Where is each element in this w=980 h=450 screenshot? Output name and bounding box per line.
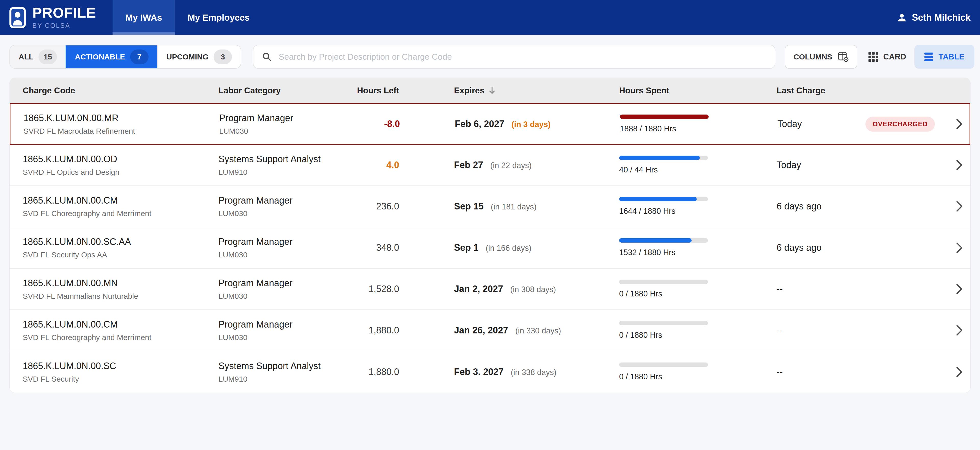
tab-my-iwas[interactable]: My IWAs <box>113 0 175 35</box>
header-charge-code[interactable]: Charge Code <box>23 86 218 95</box>
user-name: Seth Milchick <box>912 12 970 23</box>
table-row[interactable]: 1865.K.LUM.0N.00.CM SVD FL Choreography … <box>10 310 970 351</box>
charge-code: 1865.K.LUM.0N.00.MR <box>24 113 219 124</box>
hours-left-cell: 1,880.0 <box>336 325 399 336</box>
labor-code: LUM030 <box>218 292 336 301</box>
table-row[interactable]: 1865.K.LUM.0N.00.CM SVD FL Choreography … <box>10 186 970 227</box>
overcharged-badge: OVERCHARGED <box>865 116 935 132</box>
last-charge-cell: -- <box>776 284 865 294</box>
chevron-cell <box>948 325 970 336</box>
charge-description: SVD FL Security <box>23 375 218 383</box>
labor-category-cell: Program Manager LUM030 <box>218 237 336 259</box>
expires-date: Feb 27 <box>454 160 483 170</box>
card-view-button[interactable]: CARD <box>862 45 912 68</box>
hours-left-value: 348.0 <box>376 242 399 253</box>
last-charge-cell: 6 days ago <box>776 242 865 253</box>
search-icon <box>262 52 272 62</box>
charge-code: 1865.K.LUM.0N.00.SC <box>23 361 218 371</box>
expires-date: Feb 3. 2027 <box>454 367 504 377</box>
chevron-right-icon[interactable] <box>956 366 963 378</box>
table-row[interactable]: 1865.K.LUM.0N.00.SC.AA SVD FL Security O… <box>10 227 970 269</box>
user-menu[interactable]: Seth Milchick <box>897 0 970 35</box>
table-view-button[interactable]: TABLE <box>915 45 974 68</box>
labor-category: Program Manager <box>218 237 336 247</box>
expires-cell: Sep 15(in 181 days) <box>454 201 564 212</box>
top-nav: PROFILE BY COLSA My IWAs My Employees Se… <box>0 0 980 35</box>
chevron-right-icon[interactable] <box>956 118 963 130</box>
sort-desc-icon <box>488 86 496 95</box>
chevron-right-icon[interactable] <box>956 159 963 171</box>
header-hours-spent[interactable]: Hours Spent <box>619 86 729 95</box>
labor-code: LUM030 <box>219 127 337 135</box>
columns-label: COLUMNS <box>794 52 832 61</box>
last-charge-cell: 6 days ago <box>776 201 865 212</box>
table-row[interactable]: 1865.K.LUM.0N.00.MR SVRD FL Macrodata Re… <box>10 103 970 145</box>
last-charge-value: Today <box>777 119 802 129</box>
chevron-right-icon[interactable] <box>956 325 963 336</box>
chevron-right-icon[interactable] <box>956 283 963 295</box>
expires-relative: (in 22 days) <box>490 161 531 170</box>
hours-left-cell: -8.0 <box>337 119 400 129</box>
hours-spent-label: 0 / 1880 Hrs <box>619 289 729 299</box>
filter-actionable[interactable]: ACTIONABLE 7 <box>65 45 157 68</box>
hours-spent-label: 0 / 1880 Hrs <box>619 372 729 382</box>
expires-relative: (in 330 days) <box>515 326 561 335</box>
expires-relative: (in 308 days) <box>510 285 556 294</box>
header-labor-category[interactable]: Labor Category <box>218 86 336 95</box>
expires-cell: Feb 6, 2027(in 3 days) <box>455 119 565 129</box>
table-row[interactable]: 1865.K.LUM.0N.00.SC SVD FL Security Syst… <box>10 351 970 393</box>
chevron-cell <box>948 201 970 212</box>
tab-my-employees[interactable]: My Employees <box>175 0 262 35</box>
hours-progress-bar <box>620 114 709 119</box>
expires-date: Sep 15 <box>454 201 484 211</box>
chevron-cell <box>948 242 970 253</box>
header-expires[interactable]: Expires <box>454 86 564 95</box>
filter-upcoming-count: 3 <box>213 49 232 64</box>
labor-category-cell: Program Manager LUM030 <box>218 278 336 301</box>
expires-relative: (in 3 days) <box>511 120 550 129</box>
charge-code: 1865.K.LUM.0N.00.CM <box>23 319 218 330</box>
filter-actionable-label: ACTIONABLE <box>75 52 125 61</box>
chevron-right-icon[interactable] <box>956 201 963 212</box>
last-charge-value: 6 days ago <box>776 201 821 211</box>
hours-spent-cell: 40 / 44 Hrs <box>619 156 729 175</box>
columns-button[interactable]: COLUMNS <box>785 45 857 68</box>
hours-progress-bar <box>619 280 708 284</box>
charge-code-cell: 1865.K.LUM.0N.00.OD SVRD FL Optics and D… <box>23 154 218 177</box>
expires-relative: (in 166 days) <box>486 243 531 253</box>
hours-left-value: 1,528.0 <box>369 284 399 294</box>
expires-date: Feb 6, 2027 <box>455 119 504 129</box>
filter-upcoming[interactable]: UPCOMING 3 <box>157 45 241 68</box>
last-charge-cell: Today <box>777 119 865 129</box>
hours-left-value: 236.0 <box>376 201 399 212</box>
charge-description: SVD FL Choreography and Merriment <box>23 209 218 218</box>
hours-left-value: -8.0 <box>384 119 400 129</box>
header-last-charge[interactable]: Last Charge <box>776 86 865 95</box>
labor-category: Systems Support Analyst <box>218 361 336 371</box>
expires-date: Jan 26, 2027 <box>454 325 508 336</box>
expires-date: Sep 1 <box>454 242 479 253</box>
table-row[interactable]: 1865.K.LUM.0N.00.OD SVRD FL Optics and D… <box>10 145 970 186</box>
hours-left-value: 1,880.0 <box>369 367 399 377</box>
charge-description: SVRD FL Macrodata Refinement <box>24 127 219 135</box>
nav-tabs: My IWAs My Employees <box>113 0 262 35</box>
labor-category: Program Manager <box>218 278 336 288</box>
search-input[interactable] <box>278 52 766 62</box>
header-expires-label: Expires <box>454 86 484 95</box>
chevron-right-icon[interactable] <box>956 242 963 253</box>
hours-left-value: 1,880.0 <box>369 325 399 336</box>
hours-progress-bar <box>619 363 708 367</box>
filter-all[interactable]: ALL 15 <box>10 45 65 68</box>
labor-category-cell: Systems Support Analyst LUM910 <box>218 154 336 177</box>
hours-spent-label: 1532 / 1880 Hrs <box>619 248 729 257</box>
columns-icon <box>838 51 849 62</box>
charge-description: SVD FL Choreography and Merriment <box>23 333 218 342</box>
expires-cell: Jan 26, 2027(in 330 days) <box>454 325 564 336</box>
table-row[interactable]: 1865.K.LUM.0N.00.MN SVRD FL Mammalians N… <box>10 269 970 310</box>
charge-code-cell: 1865.K.LUM.0N.00.MN SVRD FL Mammalians N… <box>23 278 218 301</box>
labor-category: Program Manager <box>218 195 336 206</box>
hours-left-cell: 348.0 <box>336 242 399 253</box>
hours-progress-fill <box>619 238 692 243</box>
labor-category-cell: Systems Support Analyst LUM910 <box>218 361 336 383</box>
header-hours-left[interactable]: Hours Left <box>336 86 399 95</box>
